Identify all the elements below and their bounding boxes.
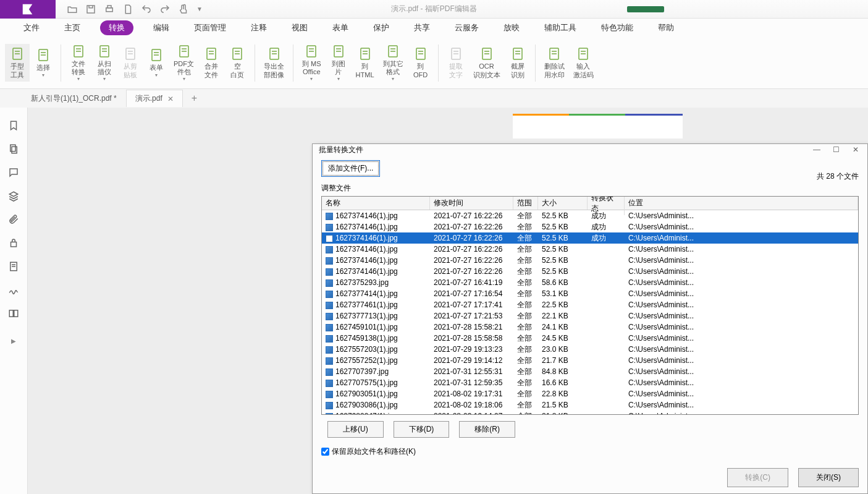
keep-checkbox-input[interactable] xyxy=(321,448,329,456)
menu-tab-4[interactable]: 页面管理 xyxy=(189,20,231,35)
ribbon-btn-20[interactable]: OCR 识别文本 xyxy=(470,44,504,81)
table-row[interactable]: 1627707397.jpg2021-07-31 12:55:31全部84.8 … xyxy=(322,366,858,377)
ribbon-btn-4[interactable]: 从扫 描仪▾ xyxy=(92,41,117,84)
table-row[interactable]: 1627377414(1).jpg2021-07-27 17:16:54全部53… xyxy=(322,288,858,299)
cell-name: 1627707397.jpg xyxy=(322,367,430,376)
redo-icon[interactable] xyxy=(159,4,171,15)
table-row[interactable]: 1627377461(1).jpg2021-07-27 17:17:41全部22… xyxy=(322,299,858,310)
cell-size: 84.8 KB xyxy=(538,367,588,376)
menu-tab-2[interactable]: 转换 xyxy=(100,20,133,35)
undo-icon[interactable] xyxy=(141,4,152,15)
menu-tab-3[interactable]: 编辑 xyxy=(148,20,174,35)
menu-tab-6[interactable]: 视图 xyxy=(287,20,313,35)
ribbon-btn-13[interactable]: 到 MS Office▾ xyxy=(298,41,325,84)
convert-button[interactable]: 转换(C) xyxy=(727,468,788,487)
table-row[interactable]: 1627557252(1).jpg2021-07-29 19:14:12全部21… xyxy=(322,355,858,366)
keep-original-checkbox[interactable]: 保留原始文件名和路径(K) xyxy=(321,446,859,457)
page-icon[interactable] xyxy=(122,4,133,15)
table-body[interactable]: 1627374146(1).jpg2021-07-27 16:22:26全部52… xyxy=(322,210,858,414)
dialog-body: 添加文件(F)... 共 28 个文件 调整文件 名称 修改时间 范围 大小 转… xyxy=(313,155,867,462)
ribbon-btn-14[interactable]: 到图 片▾ xyxy=(326,41,351,84)
menu-tab-0[interactable]: 文件 xyxy=(19,20,44,35)
close-button[interactable]: 关闭(S) xyxy=(798,468,859,487)
menu-tab-9[interactable]: 共享 xyxy=(409,20,435,35)
table-row[interactable]: 1627459101(1).jpg2021-07-28 15:58:21全部24… xyxy=(322,322,858,333)
ribbon-btn-24[interactable]: 输入 激活码 xyxy=(570,44,597,81)
ribbon-btn-0[interactable]: 手型 工具 xyxy=(5,44,30,81)
open-icon[interactable] xyxy=(67,4,78,15)
table-row[interactable]: 1627903051(1).jpg2021-08-02 19:17:31全部22… xyxy=(322,388,858,399)
form-icon[interactable] xyxy=(8,261,19,272)
comment-icon[interactable] xyxy=(8,167,19,178)
layers-icon[interactable] xyxy=(8,190,19,202)
save-icon[interactable] xyxy=(85,4,96,15)
table-row[interactable]: 1627375293.jpg2021-07-27 16:41:19全部58.6 … xyxy=(322,277,858,288)
ribbon-btn-7[interactable]: PDF文 件包▾ xyxy=(170,41,198,84)
ribbon-btn-21[interactable]: 截屏 识别 xyxy=(505,44,530,81)
menu-tab-7[interactable]: 表单 xyxy=(327,20,353,35)
ribbon-btn-11[interactable]: 导出全 部图像 xyxy=(260,44,288,81)
print-icon[interactable] xyxy=(104,4,115,15)
table-row[interactable]: 1627557203(1).jpg2021-07-29 19:13:23全部23… xyxy=(322,344,858,355)
minimize-icon[interactable]: — xyxy=(813,145,822,154)
col-path[interactable]: 位置 xyxy=(625,197,858,210)
qat-dropdown-icon[interactable]: ▼ xyxy=(196,6,203,12)
table-row[interactable]: 1627707575(1).jpg2021-07-31 12:59:35全部16… xyxy=(322,377,858,388)
new-tab-button[interactable]: + xyxy=(183,93,206,104)
ribbon-btn-16[interactable]: 到其它 格式▾ xyxy=(379,41,407,84)
expand-sidebar-icon[interactable]: ▶ xyxy=(11,338,16,344)
table-row[interactable]: 1627374146(1).jpg2021-07-27 16:22:26全部52… xyxy=(322,232,858,244)
menu-tab-14[interactable]: 帮助 xyxy=(653,20,679,35)
ribbon-btn-9[interactable]: 空 白页 xyxy=(225,44,250,81)
ribbon-btn-3[interactable]: 文件 转换▾ xyxy=(66,41,91,84)
table-row[interactable]: 1627377713(1).jpg2021-07-27 17:21:53全部22… xyxy=(322,310,858,322)
compare-icon[interactable] xyxy=(8,308,19,319)
ribbon-btn-6[interactable]: 表单▾ xyxy=(144,45,169,80)
cell-time: 2021-07-27 16:22:26 xyxy=(430,267,513,276)
ribbon-label: 删除试 用水印 xyxy=(544,62,565,79)
signature-icon[interactable] xyxy=(8,284,19,296)
ribbon-btn-1[interactable]: 选择▾ xyxy=(31,45,56,80)
bookmark-icon[interactable] xyxy=(8,120,19,131)
menu-tab-11[interactable]: 放映 xyxy=(499,20,525,35)
cell-size: 22.8 KB xyxy=(538,390,588,398)
table-row[interactable]: 1627374146(1).jpg2021-07-27 16:22:26全部52… xyxy=(322,255,858,266)
add-file-button[interactable]: 添加文件(F)... xyxy=(321,160,380,177)
menu-tab-12[interactable]: 辅助工具 xyxy=(539,20,581,35)
hand-icon[interactable] xyxy=(178,4,189,15)
col-time[interactable]: 修改时间 xyxy=(430,197,513,210)
move-up-button[interactable]: 上移(U) xyxy=(327,421,384,438)
cell-time: 2021-07-27 16:22:26 xyxy=(430,256,513,265)
cell-size: 24.5 KB xyxy=(538,334,588,343)
ribbon-btn-23[interactable]: 删除试 用水印 xyxy=(541,44,568,81)
ribbon-btn-8[interactable]: 合并 文件 xyxy=(199,44,224,81)
menu-tab-1[interactable]: 主页 xyxy=(59,20,85,35)
menu-tab-8[interactable]: 保护 xyxy=(368,20,394,35)
close-tab-icon[interactable]: ✕ xyxy=(167,95,174,103)
col-range[interactable]: 范围 xyxy=(513,197,538,210)
menu-tab-13[interactable]: 特色功能 xyxy=(596,20,638,35)
col-name[interactable]: 名称 xyxy=(322,197,430,210)
dropdown-icon: ▾ xyxy=(183,76,185,82)
maximize-icon[interactable]: ☐ xyxy=(833,145,841,154)
table-row[interactable]: 1627374146(1).jpg2021-07-27 16:22:26全部52… xyxy=(322,221,858,232)
table-row[interactable]: 1627980247(1).jpg2021-08-03 19:14:07全部21… xyxy=(322,411,858,414)
table-row[interactable]: 1627903086(1).jpg2021-08-02 19:18:06全部21… xyxy=(322,399,858,411)
table-row[interactable]: 1627459138(1).jpg2021-07-28 15:58:58全部24… xyxy=(322,333,858,344)
doc-tab-0[interactable]: 新人引导(1)(1)_OCR.pdf * xyxy=(22,90,126,108)
remove-button[interactable]: 移除(R) xyxy=(459,421,515,438)
doc-tab-1[interactable]: 演示.pdf✕ xyxy=(126,90,183,107)
pages-icon[interactable] xyxy=(8,143,19,155)
attachment-icon[interactable] xyxy=(8,214,19,225)
table-row[interactable]: 1627374146(1).jpg2021-07-27 16:22:26全部52… xyxy=(322,266,858,277)
menu-tab-5[interactable]: 注释 xyxy=(246,20,272,35)
ribbon-btn-15[interactable]: 到 HTML xyxy=(352,44,378,81)
table-row[interactable]: 1627374146(1).jpg2021-07-27 16:22:26全部52… xyxy=(322,244,858,255)
close-icon[interactable]: ✕ xyxy=(853,145,861,154)
menu-tab-10[interactable]: 云服务 xyxy=(450,20,484,35)
ribbon-btn-17[interactable]: 到 OFD xyxy=(408,44,433,81)
move-down-button[interactable]: 下移(D) xyxy=(394,421,450,438)
security-icon[interactable] xyxy=(8,237,19,249)
col-size[interactable]: 大小 xyxy=(538,197,588,210)
table-row[interactable]: 1627374146(1).jpg2021-07-27 16:22:26全部52… xyxy=(322,210,858,221)
